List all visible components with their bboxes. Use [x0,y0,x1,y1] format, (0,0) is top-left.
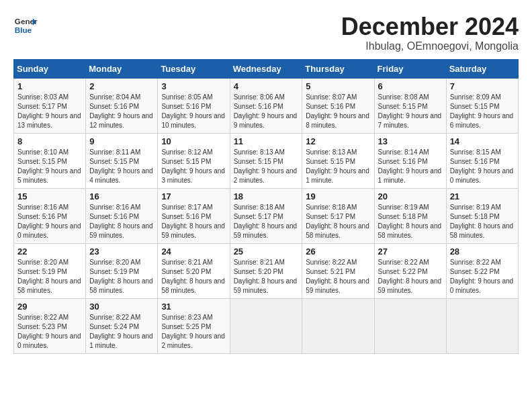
month-title: December 2024 [341,13,519,40]
day-detail: Sunrise: 8:20 AMSunset: 5:19 PMDaylight:… [89,258,154,295]
day-detail: Sunrise: 8:04 AMSunset: 5:16 PMDaylight:… [89,93,154,130]
day-detail: Sunrise: 8:22 AMSunset: 5:21 PMDaylight:… [306,258,370,295]
calendar-cell: 4Sunrise: 8:06 AMSunset: 5:16 PMDaylight… [230,78,302,133]
week-row-4: 22Sunrise: 8:20 AMSunset: 5:19 PMDayligh… [14,243,519,298]
day-number: 18 [234,191,299,201]
day-detail: Sunrise: 8:22 AMSunset: 5:23 PMDaylight:… [17,313,82,351]
day-number: 9 [89,136,154,146]
day-detail: Sunrise: 8:18 AMSunset: 5:17 PMDaylight:… [306,203,370,240]
header-day-saturday: Saturday [446,59,518,78]
calendar-cell [374,298,446,353]
day-number: 16 [89,191,154,201]
title-block: December 2024 Ihbulag, OEmnoegovi, Mongo… [341,13,519,52]
day-number: 5 [306,81,370,91]
calendar-cell: 26Sunrise: 8:22 AMSunset: 5:21 PMDayligh… [302,243,374,298]
day-number: 20 [378,191,443,201]
header-day-monday: Monday [86,59,158,78]
day-number: 12 [306,136,370,146]
calendar-cell: 27Sunrise: 8:22 AMSunset: 5:22 PMDayligh… [374,243,446,298]
calendar-cell: 28Sunrise: 8:22 AMSunset: 5:22 PMDayligh… [446,243,518,298]
svg-text:Blue: Blue [15,26,32,34]
day-detail: Sunrise: 8:19 AMSunset: 5:18 PMDaylight:… [450,203,515,240]
day-number: 1 [17,81,82,91]
calendar-cell: 13Sunrise: 8:14 AMSunset: 5:16 PMDayligh… [374,133,446,188]
calendar-cell: 6Sunrise: 8:08 AMSunset: 5:15 PMDaylight… [374,78,446,133]
day-number: 17 [161,191,226,201]
calendar-cell: 7Sunrise: 8:09 AMSunset: 5:15 PMDaylight… [446,78,518,133]
calendar-cell: 16Sunrise: 8:16 AMSunset: 5:16 PMDayligh… [86,188,158,243]
day-detail: Sunrise: 8:23 AMSunset: 5:25 PMDaylight:… [161,313,226,351]
day-detail: Sunrise: 8:21 AMSunset: 5:20 PMDaylight:… [161,258,226,295]
header-day-thursday: Thursday [302,59,374,78]
day-number: 6 [378,81,443,91]
day-number: 26 [306,246,370,257]
day-number: 31 [161,302,226,312]
day-detail: Sunrise: 8:13 AMSunset: 5:15 PMDaylight:… [234,148,299,185]
day-detail: Sunrise: 8:15 AMSunset: 5:16 PMDaylight:… [450,148,515,185]
calendar-cell: 11Sunrise: 8:13 AMSunset: 5:15 PMDayligh… [230,133,302,188]
calendar-cell: 23Sunrise: 8:20 AMSunset: 5:19 PMDayligh… [86,243,158,298]
day-number: 28 [450,246,515,257]
calendar-cell: 1Sunrise: 8:03 AMSunset: 5:17 PMDaylight… [14,78,86,133]
day-number: 15 [17,191,82,201]
calendar-cell: 17Sunrise: 8:17 AMSunset: 5:16 PMDayligh… [158,188,230,243]
calendar-cell: 31Sunrise: 8:23 AMSunset: 5:25 PMDayligh… [158,298,230,353]
day-detail: Sunrise: 8:06 AMSunset: 5:16 PMDaylight:… [234,93,299,130]
calendar-cell: 2Sunrise: 8:04 AMSunset: 5:16 PMDaylight… [86,78,158,133]
week-row-1: 1Sunrise: 8:03 AMSunset: 5:17 PMDaylight… [14,78,519,133]
day-detail: Sunrise: 8:03 AMSunset: 5:17 PMDaylight:… [17,93,82,130]
day-number: 2 [89,81,154,91]
day-detail: Sunrise: 8:08 AMSunset: 5:15 PMDaylight:… [378,93,443,130]
day-number: 22 [17,246,82,257]
day-number: 11 [234,136,299,146]
day-detail: Sunrise: 8:12 AMSunset: 5:15 PMDaylight:… [161,148,226,185]
day-detail: Sunrise: 8:05 AMSunset: 5:16 PMDaylight:… [161,93,226,130]
day-number: 3 [161,81,226,91]
header-row: SundayMondayTuesdayWednesdayThursdayFrid… [14,59,519,78]
calendar-cell: 10Sunrise: 8:12 AMSunset: 5:15 PMDayligh… [158,133,230,188]
day-detail: Sunrise: 8:19 AMSunset: 5:18 PMDaylight:… [378,203,443,240]
calendar-cell: 21Sunrise: 8:19 AMSunset: 5:18 PMDayligh… [446,188,518,243]
day-detail: Sunrise: 8:18 AMSunset: 5:17 PMDaylight:… [234,203,299,240]
calendar-cell: 15Sunrise: 8:16 AMSunset: 5:16 PMDayligh… [14,188,86,243]
logo-icon: General Blue [13,13,38,38]
calendar-cell [230,298,302,353]
day-detail: Sunrise: 8:17 AMSunset: 5:16 PMDaylight:… [161,203,226,240]
calendar-cell: 5Sunrise: 8:07 AMSunset: 5:16 PMDaylight… [302,78,374,133]
calendar-cell: 24Sunrise: 8:21 AMSunset: 5:20 PMDayligh… [158,243,230,298]
day-detail: Sunrise: 8:20 AMSunset: 5:19 PMDaylight:… [17,258,82,295]
day-detail: Sunrise: 8:22 AMSunset: 5:22 PMDaylight:… [450,258,515,295]
day-detail: Sunrise: 8:10 AMSunset: 5:15 PMDaylight:… [17,148,82,185]
day-number: 29 [17,302,82,312]
day-detail: Sunrise: 8:22 AMSunset: 5:22 PMDaylight:… [378,258,443,295]
day-number: 7 [450,81,515,91]
calendar-cell [446,298,518,353]
header-day-friday: Friday [374,59,446,78]
day-number: 27 [378,246,443,257]
calendar-cell: 20Sunrise: 8:19 AMSunset: 5:18 PMDayligh… [374,188,446,243]
calendar-cell: 14Sunrise: 8:15 AMSunset: 5:16 PMDayligh… [446,133,518,188]
calendar-cell: 3Sunrise: 8:05 AMSunset: 5:16 PMDaylight… [158,78,230,133]
calendar-cell: 19Sunrise: 8:18 AMSunset: 5:17 PMDayligh… [302,188,374,243]
calendar-cell: 30Sunrise: 8:22 AMSunset: 5:24 PMDayligh… [86,298,158,353]
week-row-5: 29Sunrise: 8:22 AMSunset: 5:23 PMDayligh… [14,298,519,353]
day-detail: Sunrise: 8:16 AMSunset: 5:16 PMDaylight:… [89,203,154,240]
day-detail: Sunrise: 8:13 AMSunset: 5:15 PMDaylight:… [306,148,370,185]
day-detail: Sunrise: 8:07 AMSunset: 5:16 PMDaylight:… [306,93,370,130]
day-number: 10 [161,136,226,146]
calendar-cell: 12Sunrise: 8:13 AMSunset: 5:15 PMDayligh… [302,133,374,188]
day-detail: Sunrise: 8:22 AMSunset: 5:24 PMDaylight:… [89,313,154,351]
header-day-tuesday: Tuesday [158,59,230,78]
week-row-3: 15Sunrise: 8:16 AMSunset: 5:16 PMDayligh… [14,188,519,243]
header-day-sunday: Sunday [14,59,86,78]
day-number: 30 [89,302,154,312]
calendar-table: SundayMondayTuesdayWednesdayThursdayFrid… [13,59,519,354]
calendar-cell [302,298,374,353]
day-detail: Sunrise: 8:16 AMSunset: 5:16 PMDaylight:… [17,203,82,240]
calendar-cell: 29Sunrise: 8:22 AMSunset: 5:23 PMDayligh… [14,298,86,353]
header-day-wednesday: Wednesday [230,59,302,78]
day-number: 21 [450,191,515,201]
calendar-cell: 9Sunrise: 8:11 AMSunset: 5:15 PMDaylight… [86,133,158,188]
day-number: 4 [234,81,299,91]
week-row-2: 8Sunrise: 8:10 AMSunset: 5:15 PMDaylight… [14,133,519,188]
